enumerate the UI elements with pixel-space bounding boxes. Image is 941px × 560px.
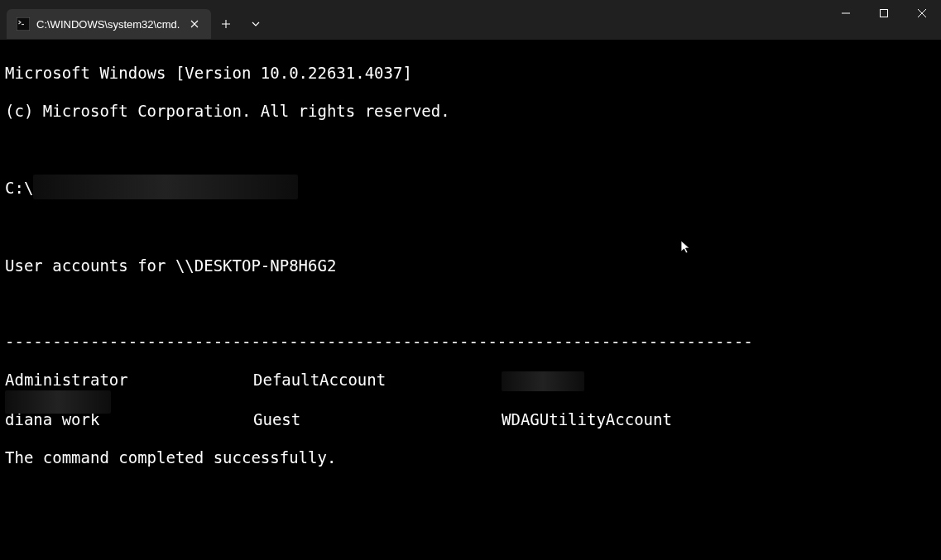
tab-cmd[interactable]: C:\WINDOWS\system32\cmd. (7, 9, 211, 39)
svg-rect-2 (881, 10, 888, 17)
minimize-icon (842, 9, 850, 17)
account-cell: DefaultAccount (253, 371, 502, 390)
redacted-account (502, 371, 584, 391)
terminal-output[interactable]: Microsoft Windows [Version 10.0.22631.40… (0, 40, 941, 560)
maximize-button[interactable] (865, 0, 903, 26)
chevron-down-icon (251, 19, 261, 29)
account-cell: Administrator (5, 371, 253, 390)
accounts-row-1: AdministratorDefaultAccount (5, 371, 936, 391)
completion-line: The command completed successfully. (5, 448, 936, 467)
banner-line: Microsoft Windows [Version 10.0.22631.40… (5, 64, 936, 83)
redacted-account-overlap (5, 390, 111, 414)
titlebar: C:\WINDOWS\system32\cmd. (0, 0, 941, 40)
blank-line (5, 140, 936, 159)
tab-dropdown-button[interactable] (241, 9, 271, 39)
close-icon (190, 20, 199, 28)
accounts-header: User accounts for \\DESKTOP-NP8H6G2 (5, 256, 936, 275)
account-cell: WDAGUtilityAccount (502, 410, 672, 429)
close-window-button[interactable] (903, 0, 941, 26)
separator-line: ----------------------------------------… (5, 333, 936, 352)
prompt-line-1: C:\ (5, 178, 936, 199)
accounts-row-2: diana workGuestWDAGUtilityAccount (5, 410, 936, 429)
tab-close-button[interactable] (186, 16, 203, 32)
close-icon (918, 9, 926, 17)
redacted-command (33, 175, 298, 199)
prompt-prefix: C:\ (5, 179, 33, 197)
tab-area: C:\WINDOWS\system32\cmd. (0, 0, 271, 40)
tab-title: C:\WINDOWS\system32\cmd. (36, 18, 180, 31)
blank-line (5, 486, 936, 505)
plus-icon (221, 19, 231, 29)
window-controls (827, 0, 941, 40)
new-tab-button[interactable] (211, 9, 241, 39)
blank-line (5, 294, 936, 314)
copyright-line: (c) Microsoft Corporation. All rights re… (5, 102, 936, 121)
blank-line (5, 524, 936, 543)
cmd-icon (17, 17, 30, 31)
blank-line (5, 218, 936, 237)
account-cell: Guest (253, 410, 502, 429)
maximize-icon (880, 9, 888, 17)
minimize-button[interactable] (827, 0, 865, 26)
